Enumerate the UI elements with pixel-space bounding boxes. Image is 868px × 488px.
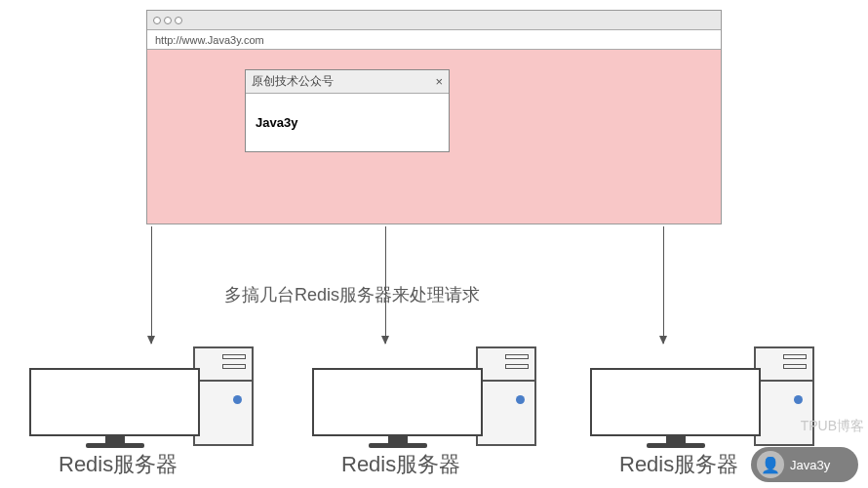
monitor-base-icon [369,443,427,448]
browser-window: http://www.Java3y.com 原创技术公众号 × Java3y [146,10,722,224]
diagram-caption: 多搞几台Redis服务器来处理请求 [224,283,480,306]
tower-icon [193,346,254,446]
monitor-base-icon [86,443,144,448]
dialog-box: 原创技术公众号 × Java3y [245,69,450,152]
server-node: Redis服务器 [29,346,254,473]
dialog-title-text: 原创技术公众号 [252,73,334,90]
monitor-icon [312,368,483,436]
window-button-icon [175,17,182,24]
avatar-icon: 👤 [757,451,784,478]
window-button-icon [164,17,172,24]
browser-titlebar [147,11,721,30]
server-label: Redis服务器 [619,450,738,479]
window-button-icon [153,17,161,24]
monitor-base-icon [647,443,705,448]
url-text: http://www.Java3y.com [155,34,264,46]
close-icon[interactable]: × [435,74,443,89]
monitor-icon [29,368,200,436]
server-node: Redis服务器 [312,346,536,473]
arrow-down-icon [385,226,386,344]
server-label: Redis服务器 [59,450,178,479]
watermark-blog: TPUB博客 [801,418,864,435]
watermark-account-text: Java3y [790,458,830,472]
server-label: Redis服务器 [341,450,460,479]
dialog-body-text: Java3y [246,94,449,151]
monitor-icon [590,368,761,436]
tower-icon [476,346,536,446]
arrow-down-icon [663,226,664,344]
dialog-titlebar: 原创技术公众号 × [246,70,449,94]
address-bar[interactable]: http://www.Java3y.com [147,30,721,50]
arrow-down-icon [151,226,152,344]
watermark-account-bubble: 👤 Java3y [751,447,858,482]
